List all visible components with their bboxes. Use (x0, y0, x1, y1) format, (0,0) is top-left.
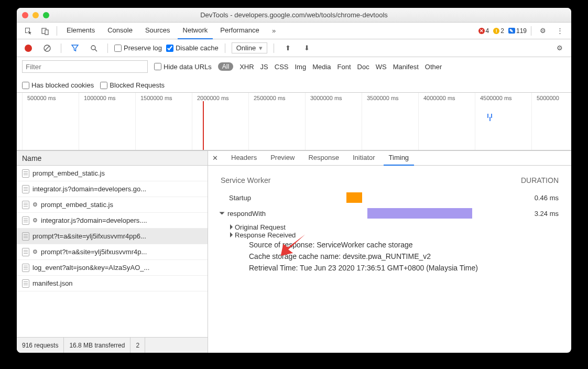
maximize-window[interactable] (43, 12, 49, 18)
file-icon (22, 248, 29, 256)
settings-icon[interactable]: ⚙ (536, 24, 550, 38)
warning-badge[interactable]: !2 (493, 27, 504, 35)
request-row[interactable]: integrator.js?domain=developers.go... (17, 181, 208, 197)
throttle-select[interactable]: Online▾ (232, 42, 268, 53)
hide-data-urls-checkbox[interactable]: Hide data URLs (154, 63, 212, 71)
timeline-overview[interactable]: 500000 ms1000000 ms1500000 ms2000000 ms2… (17, 93, 571, 150)
tab-preview[interactable]: Preview (265, 151, 300, 166)
error-badge[interactable]: ✕4 (478, 27, 489, 35)
timeline-tick: 3500000 ms (367, 95, 399, 101)
minimize-window[interactable] (32, 12, 39, 18)
detail-panel: ✕ Headers Preview Response Initiator Tim… (208, 151, 571, 353)
timing-row: Startup0.46 ms (221, 190, 559, 205)
request-name: prompt?t=a&site=ylj5ifxusvvmr4pp6... (32, 232, 146, 240)
download-icon[interactable]: ⬇ (299, 41, 314, 56)
tab-network[interactable]: Network (178, 23, 213, 39)
type-doc[interactable]: Doc (357, 63, 369, 71)
request-row[interactable]: log_event?alt=json&key=AIzaSyAO_... (17, 260, 208, 276)
request-row[interactable]: manifest.json (17, 276, 208, 291)
timing-header: Service Worker DURATION (221, 176, 559, 184)
inspect-icon[interactable] (21, 24, 36, 38)
tab-initiator[interactable]: Initiator (347, 151, 380, 166)
filter-icon[interactable] (68, 41, 82, 56)
file-icon (22, 185, 29, 193)
tab-timing[interactable]: Timing (384, 151, 415, 166)
request-row[interactable]: ⚙prompt?t=a&site=ylj5ifxusvvmr4p... (17, 244, 208, 260)
has-blocked-cookies-checkbox[interactable]: Has blocked cookies (22, 81, 94, 89)
titlebar: DevTools - developers.google.com/web/too… (17, 8, 571, 23)
file-icon (22, 201, 29, 209)
duration-header-label: DURATION (521, 176, 559, 184)
upload-icon[interactable]: ⬆ (280, 41, 295, 56)
timeline-activity (491, 114, 492, 118)
tab-response[interactable]: Response (303, 151, 344, 166)
timeline-marker (203, 101, 204, 150)
sub-response-received[interactable]: Response Received (230, 231, 559, 239)
preserve-log-checkbox[interactable]: Preserve log (114, 44, 162, 52)
gear-icon: ⚙ (32, 248, 38, 255)
type-other[interactable]: Other (425, 63, 442, 71)
timeline-tick: 3000000 ms (310, 95, 342, 101)
filter-input[interactable] (22, 60, 148, 73)
close-window[interactable] (22, 12, 28, 18)
separator (57, 26, 57, 36)
request-row[interactable]: prompt_embed_static.js (17, 166, 208, 181)
request-list: prompt_embed_static.jsintegrator.js?doma… (17, 166, 208, 337)
timeline-tick: 1000000 ms (84, 95, 116, 101)
more-tabs-icon[interactable]: » (267, 24, 281, 38)
type-img[interactable]: Img (295, 63, 306, 71)
request-row[interactable]: prompt?t=a&site=ylj5ifxusvvmr4pp6... (17, 229, 208, 244)
tab-performance[interactable]: Performance (215, 23, 264, 39)
request-row[interactable]: ⚙integrator.js?domain=developers.... (17, 213, 208, 229)
clear-icon[interactable] (40, 41, 55, 56)
type-css[interactable]: CSS (275, 63, 289, 71)
tab-headers[interactable]: Headers (226, 151, 262, 166)
devtools-window: DevTools - developers.google.com/web/too… (17, 8, 571, 353)
disable-cache-checkbox[interactable]: Disable cache (166, 44, 219, 52)
column-header-name[interactable]: Name (17, 151, 208, 166)
timeline-tick: 1500000 ms (140, 95, 172, 101)
info-badge[interactable]: ✎119 (508, 27, 527, 35)
timeline-tick: 500000 ms (27, 95, 56, 101)
type-manifest[interactable]: Manifest (393, 63, 419, 71)
network-toolbar: Preserve log Disable cache Online▾ ⬆ ⬇ ⚙ (17, 39, 571, 57)
type-js[interactable]: JS (260, 63, 268, 71)
separator (531, 26, 531, 36)
sub-original-request[interactable]: Original Request (230, 223, 559, 231)
timeline-tick: 5000000 (537, 95, 559, 101)
network-settings-icon[interactable]: ⚙ (552, 41, 567, 56)
blocked-requests-checkbox[interactable]: Blocked Requests (100, 81, 165, 89)
tab-sources[interactable]: Sources (140, 23, 176, 39)
request-name: integrator.js?domain=developers.go... (32, 185, 146, 193)
tab-console[interactable]: Console (102, 23, 138, 39)
type-all-pill[interactable]: All (218, 62, 233, 71)
timeline-activity (489, 117, 491, 121)
request-name: prompt_embed_static.js (41, 201, 113, 209)
status-requests: 916 requests (17, 338, 64, 353)
svg-rect-1 (45, 30, 48, 35)
svg-point-4 (91, 46, 95, 50)
request-name: log_event?alt=json&key=AIzaSyAO_... (32, 264, 149, 272)
tab-elements[interactable]: Elements (61, 23, 100, 39)
search-icon[interactable] (86, 41, 101, 56)
request-row[interactable]: ⚙prompt_embed_static.js (17, 197, 208, 213)
timing-row-label[interactable]: Startup (221, 194, 331, 202)
device-mode-icon[interactable] (38, 24, 52, 38)
type-font[interactable]: Font (337, 63, 351, 71)
timeline-tick: 2500000 ms (254, 95, 286, 101)
svg-line-5 (95, 49, 97, 51)
type-ws[interactable]: WS (376, 63, 387, 71)
record-button[interactable] (21, 41, 36, 56)
timing-info-cache-name: Cache storage cache name: devsite.pwa_RU… (249, 251, 559, 262)
file-icon (22, 264, 29, 272)
timeline-tick: 2000000 ms (197, 95, 229, 101)
status-transferred: 16.8 MB transferred (64, 338, 130, 353)
type-xhr[interactable]: XHR (239, 63, 254, 71)
timing-row-label[interactable]: respondWith (221, 210, 331, 218)
menu-icon[interactable]: ⋮ (552, 24, 567, 38)
timeline-tick: 4000000 ms (423, 95, 455, 101)
close-detail-icon[interactable]: ✕ (212, 154, 223, 162)
type-media[interactable]: Media (312, 63, 331, 71)
separator (107, 44, 108, 53)
status-bar: 916 requests 16.8 MB transferred 2 (17, 337, 208, 353)
